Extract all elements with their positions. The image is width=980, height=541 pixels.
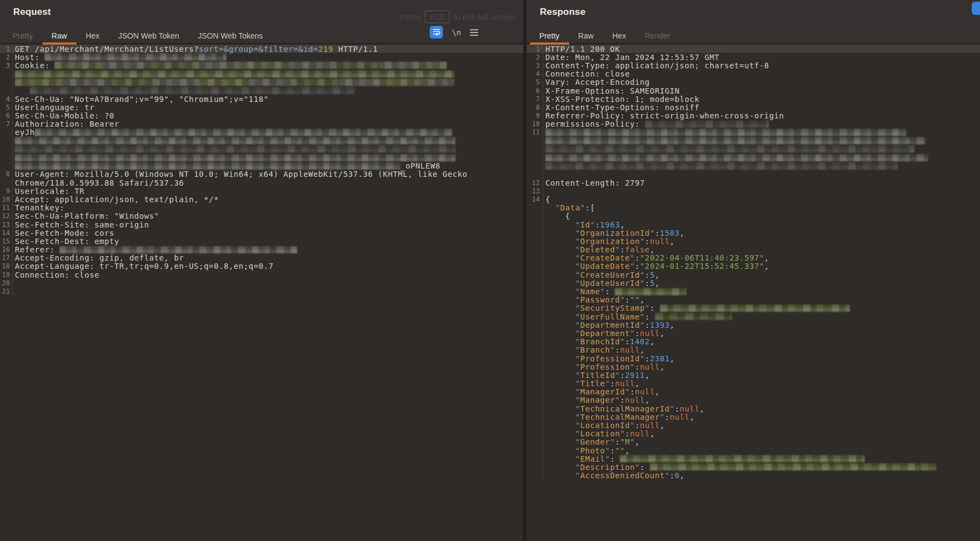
line-number: 14: [527, 195, 543, 203]
line-number: 8: [527, 103, 543, 111]
code-line: 10permissions-Policy:: [527, 120, 980, 128]
line-number: [527, 430, 543, 438]
code-line: "CreateUserId":5,: [527, 270, 980, 279]
burp-repeater-fullscreen: { "ghost": {"prefix": "Press", "key": "F…: [0, 0, 980, 541]
line-number: 9: [527, 112, 543, 120]
code-line: 3Content-Type: application/json; charset…: [527, 61, 980, 69]
tab-render[interactable]: Render: [636, 28, 680, 45]
line-number: [0, 153, 13, 161]
redacted-blur: [15, 79, 454, 86]
line-number: [527, 279, 543, 287]
line-number: [527, 287, 543, 295]
line-number: 7: [527, 95, 543, 103]
response-tab-bar: PrettyRawHexRender: [530, 28, 679, 45]
line-number: [527, 212, 543, 220]
line-number: [0, 86, 13, 95]
line-number: [527, 304, 543, 312]
line-number: [527, 270, 543, 279]
line-number: [527, 137, 543, 145]
code-line: 10Accept: application/json, text/plain, …: [0, 195, 523, 203]
line-number: 19: [0, 270, 13, 279]
redacted-blur: [35, 129, 452, 136]
tab-pretty[interactable]: Pretty: [530, 28, 569, 45]
tab-raw[interactable]: Raw: [42, 28, 77, 45]
redacted-blur: [620, 455, 865, 462]
code-line: 2Host:: [0, 53, 523, 61]
line-number: 3: [527, 61, 543, 69]
word-wrap-icon[interactable]: [430, 26, 443, 39]
line-number: [527, 296, 543, 304]
code-line: "Branch":null,: [527, 346, 980, 354]
line-number: 13: [0, 220, 13, 229]
code-line: "DepartmentId":1393,: [527, 321, 980, 329]
tab-pretty[interactable]: Pretty: [3, 28, 42, 45]
code-line: 8X-Content-Type-Options: nosniff: [527, 103, 980, 111]
newline-visibility-toggle[interactable]: \n: [452, 28, 461, 37]
line-number: [527, 413, 543, 421]
clipped-wrap-button[interactable]: [972, 2, 980, 15]
line-number: 5: [0, 103, 13, 111]
redacted-blur: [545, 137, 925, 144]
line-number: [527, 388, 543, 396]
tab-hex[interactable]: Hex: [77, 28, 109, 45]
line-number: 5: [527, 78, 543, 86]
code-line: "Department":null,: [527, 329, 980, 337]
code-line: 19Connection: close: [0, 270, 523, 279]
tab-raw[interactable]: Raw: [569, 28, 603, 45]
line-number: [527, 153, 543, 161]
response-editor[interactable]: 1HTTP/1.1 200 OK2Date: Mon, 22 Jan 2024 …: [527, 45, 980, 541]
line-number: 20: [0, 279, 13, 287]
line-number: [527, 204, 543, 212]
code-line: 6X-Frame-Options: SAMEORIGIN: [527, 86, 980, 95]
code-line: Chrome/118.0.5993.88 Safari/537.36: [0, 178, 523, 187]
code-line: 21: [0, 287, 523, 295]
line-number: 3: [0, 61, 13, 69]
code-line: [0, 86, 523, 95]
code-line: 16Referer:: [0, 246, 523, 254]
code-line: "Description":: [527, 463, 980, 471]
line-number: 4: [0, 95, 13, 103]
code-line: 7Authorization: Bearer: [0, 120, 523, 128]
line-number: [527, 312, 543, 321]
code-line: "TechnicalManager":null,: [527, 413, 980, 421]
line-number: 7: [0, 120, 13, 128]
request-editor[interactable]: 1GET /api/Merchant/Merchant/ListUsers?so…: [0, 45, 523, 541]
code-line: [0, 145, 523, 153]
code-line: [527, 145, 980, 153]
line-number: [527, 463, 543, 471]
line-number: [527, 404, 543, 413]
line-number: 11: [527, 128, 543, 137]
code-line: "Photo":"",: [527, 446, 980, 455]
code-line: "EMail":: [527, 455, 980, 463]
line-number: 8: [0, 170, 13, 178]
code-line: "TitleId":2911,: [527, 371, 980, 379]
code-line: 1GET /api/Merchant/Merchant/ListUsers?so…: [0, 45, 523, 53]
redacted-blur: [545, 145, 914, 153]
code-line: 11Tenantkey:: [0, 204, 523, 212]
line-number: 16: [0, 246, 13, 254]
code-line: 12Content-Length: 2797: [527, 178, 980, 187]
line-number: 6: [527, 86, 543, 95]
redacted-blur: [645, 121, 769, 128]
code-line: [0, 137, 523, 145]
line-number: [527, 237, 543, 245]
tab-hex[interactable]: Hex: [603, 28, 636, 45]
line-number: 13: [527, 187, 543, 195]
redacted-blur: [660, 305, 850, 312]
code-line: 8User-Agent: Mozilla/5.0 (Windows NT 10.…: [0, 170, 523, 178]
tab-json-web-tokens[interactable]: JSON Web Tokens: [188, 28, 272, 45]
line-number: [527, 338, 543, 346]
code-line: 4Connection: close: [527, 70, 980, 78]
code-line: 20: [0, 279, 523, 287]
line-number: [527, 162, 543, 170]
code-line: 6Sec-Ch-Ua-Mobile: ?0: [0, 112, 523, 120]
code-line: 1HTTP/1.1 200 OK: [527, 45, 980, 53]
response-header: Response PrettyRawHexRender: [527, 0, 980, 45]
line-number: [527, 262, 543, 270]
line-number: [0, 145, 13, 153]
tab-json-web-token[interactable]: JSON Web Token: [109, 28, 189, 45]
code-line: "Id":1963,: [527, 220, 980, 229]
code-line: "CreateDate":"2022-04-06T11:40:23.597",: [527, 254, 980, 262]
code-line: [527, 137, 980, 145]
hamburger-menu-icon[interactable]: [470, 29, 478, 36]
